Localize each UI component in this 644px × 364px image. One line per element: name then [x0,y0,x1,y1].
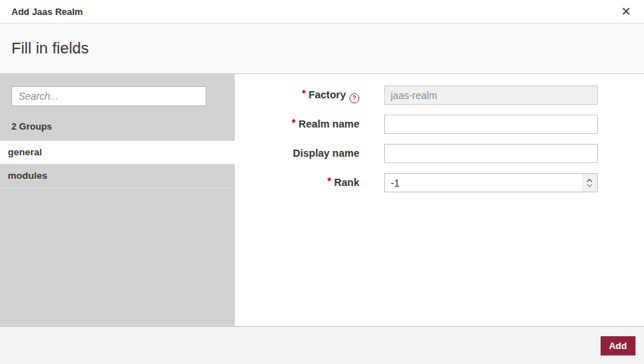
factory-field [384,85,598,105]
realm-name-label: *Realm name [235,115,359,134]
required-asterisk: * [302,88,305,99]
search-wrap [0,74,235,106]
search-input[interactable] [11,86,206,106]
required-asterisk: * [327,175,331,187]
form-row-rank: *Rank [235,173,644,192]
form-row-factory: *Factory? [235,85,644,105]
realm-name-field[interactable] [384,115,598,134]
form-row-realm-name: *Realm name [235,115,644,134]
wizard-header: Fill in fields [0,24,644,74]
help-icon[interactable]: ? [349,93,359,103]
groups-count-label: 2 Groups [11,121,223,132]
factory-label: *Factory? [235,85,359,105]
add-button[interactable]: Add [601,336,635,355]
add-jaas-realm-dialog: Add Jaas Realm ✕ Fill in fields 2 Groups… [0,0,644,364]
rank-field[interactable] [384,173,598,192]
dialog-titlebar: Add Jaas Realm ✕ [0,0,644,24]
spinner-down-icon[interactable] [586,184,593,187]
display-name-label: Display name [235,144,359,163]
spinner-up-icon[interactable] [586,179,593,182]
rank-label: *Rank [235,173,359,192]
rank-stepper [384,173,598,192]
dialog-footer: Add [0,326,644,364]
close-button[interactable]: ✕ [618,4,634,19]
close-icon: ✕ [621,5,631,19]
sidebar-item-general[interactable]: general [0,141,235,165]
form-row-display-name: Display name [235,144,644,163]
dialog-title: Add Jaas Realm [11,6,83,17]
sidebar-item-modules[interactable]: modules [0,165,235,188]
group-item-label: modules [8,170,48,181]
group-item-label: general [8,147,42,157]
group-list: general modules [0,140,235,188]
form-area: *Factory? *Realm name Display name [235,74,644,326]
step-heading: Fill in fields [11,39,89,58]
rank-spinner[interactable] [582,174,597,192]
required-asterisk: * [292,117,295,128]
dialog-body: 2 Groups general modules *Factory? [0,74,644,326]
groups-sidebar: 2 Groups general modules [0,74,235,326]
display-name-field[interactable] [384,144,598,163]
